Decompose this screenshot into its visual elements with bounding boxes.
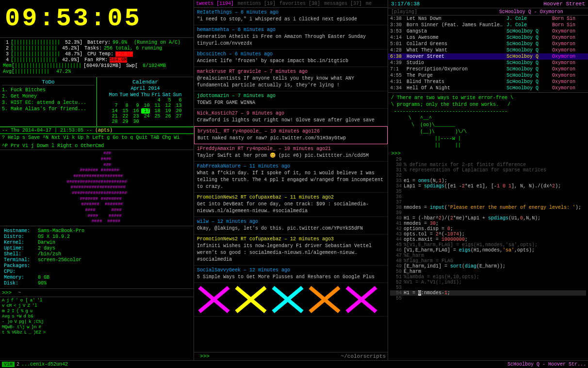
- tweet-4: markckruse RT gravicle – 7 minutes ago @…: [194, 67, 388, 91]
- stat-row-mem: Mem[||||||||||||||||||||||| [6049/8192MB…: [3, 63, 191, 68]
- pl-row-6: 4:28 What They Want ScHoolboy Q Oxymoron: [388, 47, 588, 53]
- right-prompt: >>>: [388, 150, 588, 157]
- cal-grid: Mon Tue Wed Thu Fri Sat Sun 4: [99, 92, 192, 124]
- sysinfo-distro: Distro: OS X 10.9.2: [4, 234, 190, 239]
- pl-row-11: 4:31 Blind Threats ScHoolboy Q Oxymoron: [388, 79, 588, 85]
- code-line-41: 41nmodes = 30;: [390, 221, 586, 226]
- tweet-image-5: [344, 285, 378, 314]
- code-line-54-cursor: 54H1 = 0:nmodes-1;: [390, 290, 586, 296]
- tweet-header-9: FabFreakaNature – 11 minutes ago: [197, 164, 385, 169]
- code-line-40: 40H1 = (-hbar^2)/(2*me)*Lap1 + spdiags(U…: [390, 216, 586, 221]
- sysinfo-hostname: Hostname: Sams-MacBook-Pro: [4, 228, 190, 234]
- vim-status-mode: -- Thu 2014-04-17 | 21:53:05 --: [2, 128, 92, 133]
- sysinfo-terminal: Terminal: screen-256color: [4, 257, 190, 263]
- tweet-body-2: Generation Atheist is Free on Amazon Thr…: [197, 33, 385, 47]
- tweet-body-6: Crawford is lights out right now! Glove …: [197, 117, 385, 124]
- right-prompt-arrow: >>>: [391, 151, 401, 156]
- code-line-35: 35: [390, 189, 586, 194]
- tweet-body-12: Infiniti wishes its now-legendary F1 dri…: [197, 243, 385, 263]
- music-time: 3:17/6:38: [391, 1, 420, 7]
- stat-row-tasks: 2 [||||||||||||||| 45.2%] Tasks: 256 tot…: [3, 46, 191, 51]
- todo-box: ToDo 1. Fuck Bitches 2. Get Money 3. HIS…: [0, 77, 97, 126]
- tweet-feed: ReIateThings – 6 minutes ago "i need to …: [194, 8, 388, 352]
- pl-row-12: 4:34 Hell Of A Night ScHoolboy Q Oxymoro…: [388, 85, 588, 91]
- music-header: 3:17/6:38 Hoover Street: [388, 0, 588, 8]
- pl-row-2: 3:30 Born Sinner (Feat. James Fauntleroy…: [388, 22, 588, 28]
- tab-favorites[interactable]: favorites [38]: [279, 1, 320, 6]
- tab-me[interactable]: me: [366, 1, 372, 6]
- tweet-5: jdottomazin – 7 minutes ago TOEWS FOR GA…: [194, 91, 388, 109]
- music-playing-track: ScHoolboy Q - Oxymoron: [499, 9, 563, 15]
- tweet-8: iFreddyAmaxin RT ry4npoole_ – 10 minutes…: [194, 144, 388, 162]
- todo-item-4: 5. Make Alias's for friend...: [2, 106, 95, 112]
- code-line-39: 39: [390, 210, 586, 216]
- tweet-header-8: iFreddyAmaxin RT ry4npoole_ – 10 minutes…: [197, 146, 385, 151]
- tweet-body-9: What a f*ckin day. If I spoke of it, no …: [197, 170, 385, 190]
- code-line-43: 43opts.tol = 2^(-1074);: [390, 232, 586, 237]
- vim-keys-section: Ajf'o [a''l vcM<jVZ'l m 2I{%gu Avgs+WdbG…: [0, 297, 194, 360]
- sysinfo-memory: Memory: 8 GB: [4, 275, 190, 280]
- tweet-header-2: hemantmehta – 6 minutes ago: [197, 27, 385, 33]
- cal-header-row: Mon Tue Wed Thu Fri Sat Sun: [99, 92, 192, 98]
- tweet-header-6: Nick_Kostich27 – 9 minutes ago: [197, 111, 385, 116]
- tweet-image-4: [308, 285, 342, 314]
- tab-messages[interactable]: messages [37]: [324, 1, 362, 6]
- status-file: ...cenix-d52un42: [21, 362, 507, 367]
- cal-week-1: 4 5 6: [99, 98, 192, 103]
- stat-row-battery: 1 [|||||||||||||||| 52.3%] Battery: 99.0…: [3, 40, 191, 45]
- todo-item-3: 3. HIST EC: attend a lectu...: [2, 100, 95, 105]
- code-line-33: 33e1 = ones(N,1);: [390, 178, 586, 184]
- status-right: ScHoolboy Q - Hoover Str...: [507, 362, 586, 367]
- cal-week-3: 14 15 16 17 18 19 20: [99, 108, 192, 114]
- pl-row-5: 5:01 Collard Greens ScHoolboy Q Oxymoron: [388, 41, 588, 47]
- code-line-46: 46[V1,E_harm,FLAG] = eigs(H1,nmodes,'sa'…: [390, 248, 586, 253]
- code-line-32: 32: [390, 173, 586, 178]
- code-line-49: 49[E_harm,ind1] = sort(diag(E_harm));: [390, 264, 586, 269]
- sysinfo-shell: Shell: /bin/zsh: [4, 251, 190, 257]
- clock-display: 09:53:05: [5, 5, 189, 33]
- todo-cal-section: ToDo 1. Fuck Bitches 2. Get Money 3. HIS…: [0, 77, 194, 127]
- code-line-34: 34Lap1 = spdiags([e1 -2*e1 e1], [-1 0 1]…: [390, 184, 586, 189]
- todo-item-2: 2. Get Money: [2, 94, 95, 99]
- tweet-header-5: jdottomazin – 7 minutes ago: [197, 93, 385, 99]
- code-line-44: 44opts.maxit = 10000000;: [390, 237, 586, 242]
- tweet-header-10: PromotionNews2 RT cofupaxebaz – 11 minut…: [197, 195, 385, 200]
- code-line-53: 53: [390, 285, 586, 290]
- sysinfo-disk: Disk: 90%: [4, 281, 190, 286]
- tweet-image-3: [271, 285, 305, 314]
- tweet-12: PromotionNews2 RT cofupaxebaz – 12 minut…: [194, 234, 388, 266]
- cal-month: April 2014: [99, 86, 192, 91]
- tweet-body-10: Get into DevBeat for one day, one track:…: [197, 201, 385, 215]
- left-panel: 09:53:05 1 [|||||||||||||||| 52.3%] Batt…: [0, 0, 194, 360]
- stat-row-fan: 4 [||||||||||||||| 42.9%] Fan RPM: 584.0…: [3, 57, 191, 63]
- playlist-divider: [388, 92, 588, 93]
- code-line-52: 52%V1 = A.*V1(:,ind1);: [390, 280, 586, 285]
- tab-tweets[interactable]: tweets [1194]: [196, 1, 234, 6]
- tweet-2: hemantmehta – 6 minutes ago Generation A…: [194, 25, 388, 50]
- tweet-header-4: markckruse RT gravicle – 7 minutes ago: [197, 69, 385, 74]
- tab-mentions[interactable]: mentions [19]: [238, 1, 276, 6]
- tweet-header-11: wilw – 12 minutes ago: [197, 219, 385, 224]
- tweet-body-7: Butt naked nasty or naw? pic.twitter.com…: [197, 135, 384, 142]
- clock-section: 09:53:05: [0, 0, 194, 38]
- cal-week-5: 28 29 30: [99, 119, 192, 124]
- ascii-art-left: ### #### ### ####### ####### ###########…: [0, 150, 194, 226]
- code-line-50: 50E_harm: [390, 269, 586, 274]
- tweet-9: FabFreakaNature – 11 minutes ago What a …: [194, 162, 388, 193]
- tweet-10: PromotionNews2 RT cofupaxebaz – 11 minut…: [194, 193, 388, 217]
- twitter-tabs: tweets [1194] mentions [19] favorites [3…: [194, 0, 388, 8]
- code-line-36: 36: [390, 194, 586, 200]
- tweet-header-13: SocialSavvyGeek – 12 minutes ago: [197, 268, 385, 273]
- tweet-6: Nick_Kostich27 – 9 minutes ago Crawford …: [194, 109, 388, 126]
- pl-row-4: 4:14 Los Awesome ScHoolboy Q Oxymoron: [388, 34, 588, 41]
- code-line-30: 30% define matrix for 2-pt finite differ…: [390, 162, 586, 167]
- tweet-header-1: ReIateThings – 6 minutes ago: [197, 10, 385, 15]
- tweet-body-11: Okay, @lakings, let's do this. pic.twitt…: [197, 225, 385, 232]
- pl-row-9: 7:1 Prescription/Oxymoron ScHoolboy Q Ox…: [388, 66, 588, 72]
- tweet-body-8: Taylor Swift at her prom 😊 (pic #6) pic.…: [197, 152, 385, 159]
- twitter-prompt: >>>: [200, 353, 210, 359]
- tweet-header-12: PromotionNews2 RT cofupaxebaz – 12 minut…: [197, 236, 385, 242]
- system-stats: 1 [|||||||||||||||| 52.3%] Battery: 99.0…: [0, 38, 194, 77]
- tweet-body-13: 5 Simple Ways to Get More Plusses and Re…: [197, 274, 385, 281]
- tweet-images: [194, 283, 388, 317]
